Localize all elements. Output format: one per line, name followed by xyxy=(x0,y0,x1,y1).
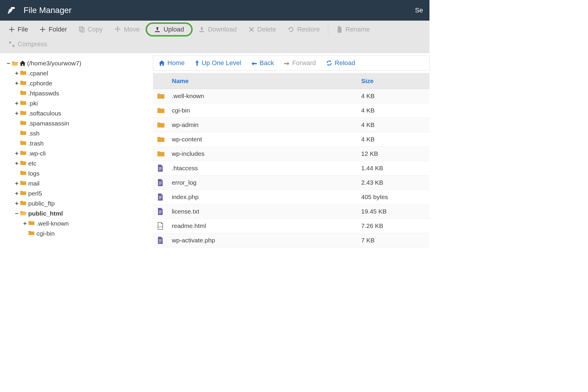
tree-node[interactable]: +cgi-bin xyxy=(22,229,150,239)
move-button-label: Move xyxy=(124,26,140,33)
tree-node[interactable]: +etc xyxy=(14,158,150,168)
col-icon-header xyxy=(153,73,169,89)
row-name: wp-activate.php xyxy=(169,233,359,247)
tree-node[interactable]: +.pki xyxy=(14,98,150,108)
expand-icon[interactable]: + xyxy=(14,180,19,187)
tree-node-label: cgi-bin xyxy=(36,230,55,237)
expand-icon[interactable]: + xyxy=(14,190,19,197)
table-row[interactable]: wp-activate.php7 KB xyxy=(153,233,429,248)
reload-button[interactable]: Reload xyxy=(326,59,355,67)
table-row[interactable]: wp-content4 KB xyxy=(153,132,429,147)
tree-node[interactable]: +.wp-cli xyxy=(14,148,150,158)
expand-icon[interactable]: + xyxy=(14,160,19,167)
move-button[interactable]: Move xyxy=(109,23,146,36)
compress-button[interactable]: Compress xyxy=(3,37,53,51)
table-row[interactable]: .htaccess1.44 KB xyxy=(153,161,429,176)
tree-node[interactable]: +mail xyxy=(14,178,150,188)
expand-icon[interactable]: + xyxy=(14,100,19,107)
copy-button[interactable]: Copy xyxy=(73,23,109,36)
tree-node[interactable]: +.trash xyxy=(14,138,150,148)
blank-toggle: + xyxy=(14,90,19,97)
folder-icon xyxy=(20,200,26,206)
app-root: File Manager Se File Folder Copy Move Up… xyxy=(0,0,429,265)
expand-icon[interactable]: + xyxy=(22,220,28,227)
row-name: cgi-bin xyxy=(169,103,359,118)
row-name: readme.html xyxy=(169,219,359,233)
tree-root-node[interactable]: −(/home3/yourwow7) xyxy=(6,58,150,68)
content-pane: Home Up One Level Back Forward Reload xyxy=(153,53,429,265)
folder-icon xyxy=(20,90,26,95)
upload-button-label: Upload xyxy=(164,26,184,33)
svg-text:</>: </> xyxy=(158,226,163,228)
tree-node[interactable]: +public_ftp xyxy=(14,199,150,209)
table-row[interactable]: wp-includes12 KB xyxy=(153,147,429,161)
folder-icon xyxy=(20,130,26,135)
tree-node[interactable]: +.ssh xyxy=(14,128,150,138)
tree-node-label: .spamassassin xyxy=(28,120,69,127)
tree-node[interactable]: +.htpasswds xyxy=(14,88,150,98)
svg-rect-10 xyxy=(159,196,162,197)
tree-node[interactable]: +perl5 xyxy=(14,188,150,199)
home-label: Home xyxy=(167,59,185,67)
row-name: wp-content xyxy=(169,132,359,146)
expand-icon[interactable]: − xyxy=(14,210,19,217)
file-button[interactable]: File xyxy=(3,23,34,36)
rename-button[interactable]: Rename xyxy=(331,23,376,36)
folder-icon xyxy=(20,140,26,145)
rename-icon xyxy=(337,26,342,33)
tree-node-label: .pki xyxy=(28,100,38,107)
row-size: 19.45 KB xyxy=(359,204,429,219)
expand-icon[interactable]: + xyxy=(14,200,19,207)
row-size: 4 KB xyxy=(359,118,429,132)
folder-icon xyxy=(20,180,26,186)
table-row[interactable]: wp-admin4 KB xyxy=(153,118,429,132)
col-size-header[interactable]: Size xyxy=(359,73,429,89)
table-row[interactable]: .well-known4 KB xyxy=(153,89,429,103)
collapse-icon[interactable]: − xyxy=(6,60,11,67)
home-button[interactable]: Home xyxy=(159,59,185,67)
svg-rect-4 xyxy=(159,167,162,168)
expand-icon[interactable]: + xyxy=(14,150,19,157)
delete-button[interactable]: Delete xyxy=(243,23,282,36)
svg-rect-14 xyxy=(159,212,162,212)
blank-toggle: + xyxy=(14,120,19,127)
up-one-level-button[interactable]: Up One Level xyxy=(195,59,241,67)
tree-node-label: .wp-cli xyxy=(28,150,46,157)
download-button[interactable]: Download xyxy=(193,23,243,36)
row-size: 4 KB xyxy=(359,89,429,103)
restore-button[interactable]: Restore xyxy=(282,23,326,36)
tree-node[interactable]: −public_html xyxy=(14,209,150,219)
tree-node[interactable]: +.cphorde xyxy=(14,78,150,88)
tree-node[interactable]: +.spamassassin xyxy=(14,118,150,128)
expand-icon[interactable]: + xyxy=(14,80,19,87)
row-icon xyxy=(153,161,169,175)
tree-node[interactable]: +.cpanel xyxy=(14,68,150,78)
back-label: Back xyxy=(259,59,274,67)
back-button[interactable]: Back xyxy=(251,59,274,67)
row-size: 12 KB xyxy=(359,147,429,161)
expand-icon[interactable]: + xyxy=(14,70,19,77)
row-icon xyxy=(153,190,169,204)
folder-button[interactable]: Folder xyxy=(34,23,73,36)
upload-button[interactable]: Upload xyxy=(146,22,193,37)
tree-node[interactable]: +logs xyxy=(14,168,150,178)
tree-node[interactable]: +.well-known xyxy=(22,219,150,229)
restore-button-label: Restore xyxy=(297,26,320,33)
table-row[interactable]: error_log2.43 KB xyxy=(153,176,429,190)
table-row[interactable]: cgi-bin4 KB xyxy=(153,103,429,118)
expand-icon[interactable]: + xyxy=(14,110,19,117)
row-icon xyxy=(153,133,169,145)
svg-rect-12 xyxy=(159,199,161,199)
svg-rect-3 xyxy=(199,31,204,32)
table-row[interactable]: license.txt19.45 KB xyxy=(153,204,429,219)
row-size: 7.26 KB xyxy=(359,219,429,233)
toolbar-row2: Compress xyxy=(3,37,427,51)
table-row[interactable]: index.php405 bytes xyxy=(153,190,429,204)
forward-button[interactable]: Forward xyxy=(284,59,316,67)
reload-icon xyxy=(326,59,332,67)
col-name-header[interactable]: Name xyxy=(169,73,359,89)
row-name: error_log xyxy=(169,176,359,190)
tree-node[interactable]: +.softaculous xyxy=(14,108,150,118)
row-size: 405 bytes xyxy=(359,190,429,204)
table-row[interactable]: </>readme.html7.26 KB xyxy=(153,219,429,233)
